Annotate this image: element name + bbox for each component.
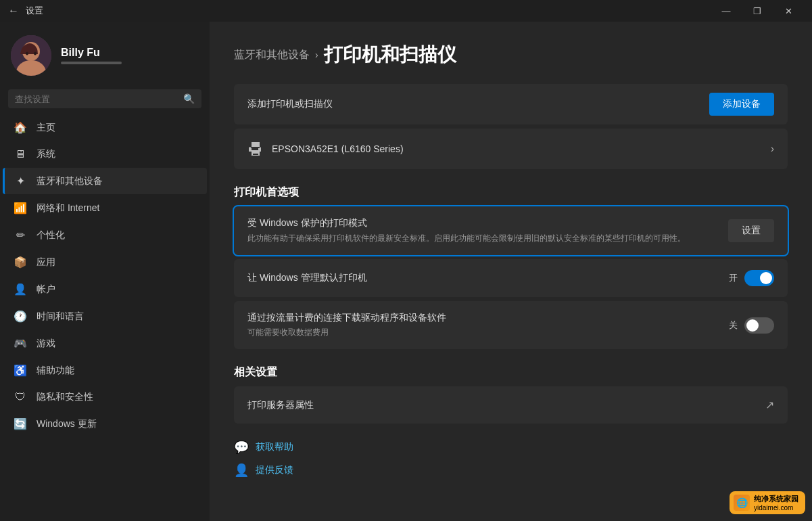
privacy-icon: 🛡 xyxy=(14,391,27,403)
system-icon: 🖥 xyxy=(14,148,27,160)
search-box[interactable]: 🔍 xyxy=(8,89,201,108)
home-icon: 🏠 xyxy=(14,121,27,134)
manage-default-label-area: 让 Windows 管理默认打印机 xyxy=(247,272,367,284)
sidebar-item-apps[interactable]: 📦 应用 xyxy=(3,249,207,275)
watermark-text: 纯净系统家园 xyxy=(754,494,798,504)
sidebar-item-system[interactable]: 🖥 系统 xyxy=(3,141,207,167)
sidebar-item-system-label: 系统 xyxy=(37,148,55,160)
sidebar-item-time[interactable]: 🕐 时间和语言 xyxy=(3,303,207,330)
titlebar: ← 设置 — ❐ ✕ xyxy=(0,0,812,22)
window-controls: — ❐ ✕ xyxy=(711,0,804,22)
sidebar-item-personalization-label: 个性化 xyxy=(37,229,65,242)
printer-row[interactable]: EPSON3A52E1 (L6160 Series) › xyxy=(234,129,788,169)
add-device-button[interactable]: 添加设备 xyxy=(709,93,774,116)
user-name: Billy Fu xyxy=(61,47,122,59)
user-section: Billy Fu xyxy=(0,22,210,89)
feedback-link[interactable]: 👤 提供反馈 xyxy=(234,463,788,478)
maximize-button[interactable]: ❐ xyxy=(742,0,773,22)
personalization-icon: ✏ xyxy=(14,229,27,242)
breadcrumb-parent[interactable]: 蓝牙和其他设备 xyxy=(234,48,310,62)
close-button[interactable]: ✕ xyxy=(773,0,804,22)
sidebar-item-privacy-label: 隐私和安全性 xyxy=(37,391,93,403)
sidebar-item-update[interactable]: 🔄 Windows 更新 xyxy=(3,411,207,437)
manage-default-row: 让 Windows 管理默认打印机 开 xyxy=(234,259,788,297)
sidebar-item-accounts[interactable]: 👤 帐户 xyxy=(3,276,207,302)
svg-point-4 xyxy=(34,52,37,55)
avatar xyxy=(11,35,51,76)
minimize-button[interactable]: — xyxy=(711,0,742,22)
sidebar-item-privacy[interactable]: 🛡 隐私和安全性 xyxy=(3,384,207,410)
printer-name: EPSON3A52E1 (L6160 Series) xyxy=(272,143,404,154)
manage-default-toggle[interactable] xyxy=(744,270,774,286)
sidebar-item-network[interactable]: 📶 网络和 Internet xyxy=(3,195,207,221)
sidebar-item-bluetooth-label: 蓝牙和其他设备 xyxy=(37,175,103,187)
update-icon: 🔄 xyxy=(14,417,27,430)
feedback-label: 提供反馈 xyxy=(256,464,293,476)
network-icon: 📶 xyxy=(14,202,27,214)
watermark-logo: 🌐 xyxy=(734,495,750,511)
metered-connection-label-area: 通过按流量计费的连接下载驱动程序和设备软件 可能需要收取数据费用 xyxy=(247,312,446,338)
print-server-row[interactable]: 打印服务器属性 ↗ xyxy=(234,386,788,424)
gaming-icon: 🎮 xyxy=(14,337,27,350)
protected-print-settings-button[interactable]: 设置 xyxy=(728,219,774,242)
manage-default-state: 开 xyxy=(729,272,738,284)
svg-point-3 xyxy=(26,52,28,55)
printer-icon xyxy=(247,141,264,157)
metered-connection-state: 关 xyxy=(729,319,738,332)
app-body: Billy Fu 🔍 🏠 主页 🖥 系统 ✦ 蓝牙和其他设备 xyxy=(0,22,812,521)
help-icon: 💬 xyxy=(234,440,249,455)
external-link-icon: ↗ xyxy=(765,399,774,411)
help-label: 获取帮助 xyxy=(256,441,293,453)
protected-print-desc: 此功能有助于确保采用打印机软件的最新安全标准。启用此功能可能会限制使用旧的默认安… xyxy=(247,232,715,244)
accounts-icon: 👤 xyxy=(14,283,27,296)
sidebar-item-bluetooth[interactable]: ✦ 蓝牙和其他设备 xyxy=(3,168,207,194)
time-icon: 🕐 xyxy=(14,310,27,323)
add-printer-row: 添加打印机或扫描仪 添加设备 xyxy=(234,84,788,124)
apps-icon: 📦 xyxy=(14,256,27,269)
sidebar-item-accessibility-label: 辅助功能 xyxy=(37,365,74,377)
related-settings-heading: 相关设置 xyxy=(234,365,788,380)
sidebar-item-gaming[interactable]: 🎮 游戏 xyxy=(3,330,207,357)
app-title: 设置 xyxy=(26,5,43,17)
breadcrumb: 蓝牙和其他设备 › 打印机和扫描仪 xyxy=(234,42,788,68)
bluetooth-icon: ✦ xyxy=(14,175,27,187)
main-content: 蓝牙和其他设备 › 打印机和扫描仪 添加打印机或扫描仪 添加设备 EPSON3A… xyxy=(210,22,812,521)
sidebar-item-apps-label: 应用 xyxy=(37,256,55,269)
watermark: 🌐 纯净系统家园 yidaimei.com xyxy=(730,491,805,514)
sidebar-item-update-label: Windows 更新 xyxy=(37,418,97,430)
accessibility-icon: ♿ xyxy=(14,364,27,377)
sidebar-item-personalization[interactable]: ✏ 个性化 xyxy=(3,222,207,248)
toggle-knob-off xyxy=(746,319,759,332)
sidebar-item-gaming-label: 游戏 xyxy=(37,338,55,350)
metered-connection-toggle[interactable] xyxy=(744,317,774,334)
sidebar-item-time-label: 时间和语言 xyxy=(37,311,84,323)
user-info: Billy Fu xyxy=(61,47,122,64)
sidebar-item-home-label: 主页 xyxy=(37,122,55,134)
add-printer-label: 添加打印机或扫描仪 xyxy=(247,98,333,110)
sidebar-item-accessibility[interactable]: ♿ 辅助功能 xyxy=(3,357,207,384)
help-link[interactable]: 💬 获取帮助 xyxy=(234,440,788,455)
print-server-label: 打印服务器属性 xyxy=(247,399,314,411)
search-input[interactable] xyxy=(15,94,178,104)
protected-print-card: 受 Windows 保护的打印模式 此功能有助于确保采用打印机软件的最新安全标准… xyxy=(234,206,788,255)
sidebar-item-accounts-label: 帐户 xyxy=(37,284,55,296)
printer-label: EPSON3A52E1 (L6160 Series) xyxy=(247,141,404,157)
back-button[interactable]: ← xyxy=(8,5,19,17)
watermark-sub: yidaimei.com xyxy=(754,504,798,512)
nav-menu: 🏠 主页 🖥 系统 ✦ 蓝牙和其他设备 📶 网络和 Internet ✏ 个性化… xyxy=(0,114,210,438)
user-bar xyxy=(61,62,122,64)
sidebar-item-home[interactable]: 🏠 主页 xyxy=(3,114,207,141)
footer-links: 💬 获取帮助 👤 提供反馈 xyxy=(234,440,788,478)
metered-connection-title: 通过按流量计费的连接下载驱动程序和设备软件 xyxy=(247,312,446,324)
toggle-knob xyxy=(760,272,772,284)
feedback-icon: 👤 xyxy=(234,463,249,478)
protected-print-title: 受 Windows 保护的打印模式 xyxy=(247,217,715,229)
sidebar: Billy Fu 🔍 🏠 主页 🖥 系统 ✦ 蓝牙和其他设备 xyxy=(0,22,210,521)
manage-default-title: 让 Windows 管理默认打印机 xyxy=(247,272,367,284)
manage-default-toggle-area: 开 xyxy=(729,270,774,286)
metered-connection-subtitle: 可能需要收取数据费用 xyxy=(247,327,446,338)
metered-connection-row: 通过按流量计费的连接下载驱动程序和设备软件 可能需要收取数据费用 关 xyxy=(234,301,788,349)
protected-print-text: 受 Windows 保护的打印模式 此功能有助于确保采用打印机软件的最新安全标准… xyxy=(247,217,715,244)
chevron-right-icon: › xyxy=(771,143,774,155)
search-icon: 🔍 xyxy=(183,93,195,104)
